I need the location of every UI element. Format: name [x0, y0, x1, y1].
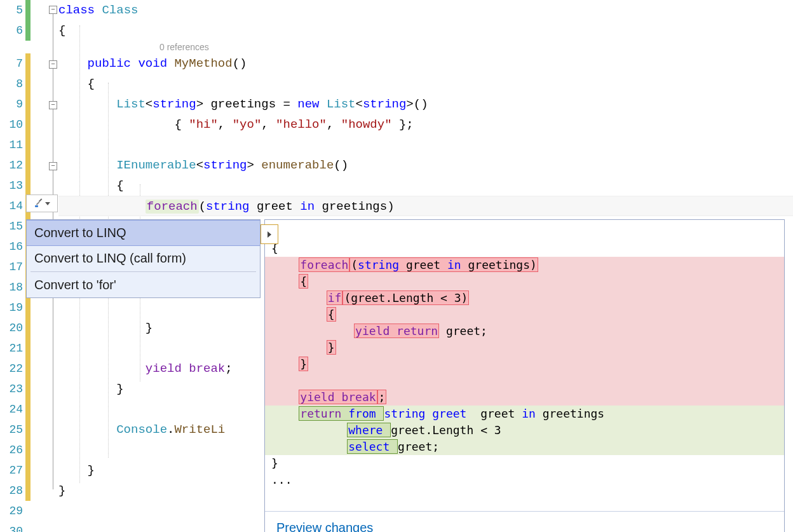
type-name: Class [102, 3, 138, 17]
code-line[interactable]: class Class [58, 0, 793, 20]
change-bar-segment [25, 41, 30, 53]
type-name: IEnumerable [116, 158, 196, 172]
line-number: 10 [0, 114, 23, 135]
string-literal: "yo" [233, 118, 262, 132]
keyword: string [203, 158, 247, 172]
type-name: List [327, 97, 356, 111]
diff-line: } [271, 456, 278, 470]
menu-item-label: Convert to 'for' [34, 278, 116, 292]
menu-item-convert-for[interactable]: Convert to 'for' [27, 273, 260, 297]
line-number: 22 [0, 358, 23, 379]
change-bar-segment [25, 53, 30, 74]
change-bar-segment [25, 94, 30, 114]
keyword: yield [146, 362, 189, 376]
keyword: string [206, 200, 257, 214]
brace: } [116, 382, 123, 396]
line-number: 26 [0, 440, 23, 460]
method-name: MyMethod [174, 57, 232, 71]
menu-item-label: Convert to LINQ [34, 226, 126, 240]
quick-action-button[interactable] [26, 194, 58, 212]
collapse-toggle[interactable]: − [49, 6, 57, 14]
code-line[interactable]: public void MyMethod() [58, 53, 793, 74]
menu-separator [30, 271, 256, 272]
line-number: 14 [0, 196, 23, 216]
line-number: 21 [0, 338, 23, 358]
change-bar-segment [25, 297, 30, 318]
line-number: 16 [0, 236, 23, 257]
change-bar-segment [25, 74, 30, 94]
change-bar-segment [25, 175, 30, 196]
brace: } [58, 484, 65, 498]
change-bar-segment [25, 155, 30, 175]
keyword: string [363, 97, 406, 111]
line-number: 15 [0, 216, 23, 236]
line-number: 24 [0, 399, 23, 419]
keyword: void [138, 57, 174, 71]
diff-added-block: return from string greet greet in greeti… [265, 406, 784, 455]
codelens[interactable]: 0 references [159, 41, 209, 53]
line-number: 28 [0, 481, 23, 501]
line-number: 11 [0, 135, 23, 155]
change-bar-segment [25, 20, 30, 41]
code-line[interactable]: List<string> greetings = new List<string… [58, 94, 793, 114]
line-number: 18 [0, 277, 23, 297]
code-line-highlighted[interactable]: foreach(string greet in greetings) [58, 196, 793, 216]
change-bar-segment [25, 440, 30, 460]
line-number: 5 [0, 0, 23, 20]
type-name: List [116, 97, 146, 111]
screwdriver-icon [34, 198, 44, 208]
diff-removed-block: foreach(string greet in greetings) { if(… [265, 257, 784, 406]
parens: () [233, 57, 247, 71]
submenu-indicator[interactable] [261, 224, 278, 244]
change-bar-segment [25, 460, 30, 481]
change-bar-segment [25, 419, 30, 440]
line-number: 6 [0, 20, 23, 41]
keyword: string [152, 97, 196, 111]
code-line[interactable]: { [58, 20, 793, 41]
keyword: in [300, 200, 322, 214]
svg-rect-0 [35, 205, 38, 207]
keyword: break [189, 362, 225, 376]
code-line[interactable]: { "hi", "yo", "hello", "howdy" }; [58, 114, 793, 135]
keyword: foreach [146, 200, 199, 214]
change-bar-segment [25, 379, 30, 399]
brace: { [58, 24, 65, 38]
change-bar-segment [25, 338, 30, 358]
line-number: 23 [0, 379, 23, 399]
code-line[interactable]: { [58, 74, 793, 94]
line-number: 17 [0, 257, 23, 277]
code-line[interactable] [58, 135, 793, 155]
menu-item-convert-linq-call[interactable]: Convert to LINQ (call form) [27, 246, 260, 271]
line-number [0, 41, 23, 53]
code-line[interactable]: IEnumerable<string> enumerable() [58, 155, 793, 175]
change-bar-segment [25, 135, 30, 155]
change-bar-segment [25, 358, 30, 379]
change-bar-segment [25, 0, 30, 20]
svg-rect-2 [39, 198, 43, 202]
collapse-toggle[interactable]: − [49, 60, 57, 69]
preview-changes-link[interactable]: Preview changes [265, 511, 784, 532]
collapse-toggle[interactable]: − [49, 101, 57, 109]
brace: { [88, 77, 95, 91]
code-line[interactable]: { [58, 175, 793, 196]
line-number: 13 [0, 175, 23, 196]
keyword: new [297, 97, 327, 111]
link-label: Preview changes [276, 521, 373, 532]
line-number: 8 [0, 74, 23, 94]
collapse-toggle[interactable]: − [49, 162, 57, 170]
line-number: 30 [0, 521, 23, 532]
line-number: 25 [0, 419, 23, 440]
line-number: 7 [0, 53, 23, 74]
quick-action-menu: Convert to LINQ Convert to LINQ (call fo… [26, 219, 261, 298]
change-bar-segment [25, 318, 30, 338]
string-literal: "hi" [189, 118, 218, 132]
svg-rect-1 [36, 201, 40, 205]
line-number: 20 [0, 318, 23, 338]
keyword: class [58, 3, 102, 17]
method-name: WriteLi [174, 423, 225, 437]
type-name: Console [116, 423, 167, 437]
change-bar-segment [25, 481, 30, 501]
menu-item-convert-linq[interactable]: Convert to LINQ [27, 220, 260, 246]
keyword: public [88, 57, 139, 71]
menu-item-label: Convert to LINQ (call form) [34, 251, 186, 265]
